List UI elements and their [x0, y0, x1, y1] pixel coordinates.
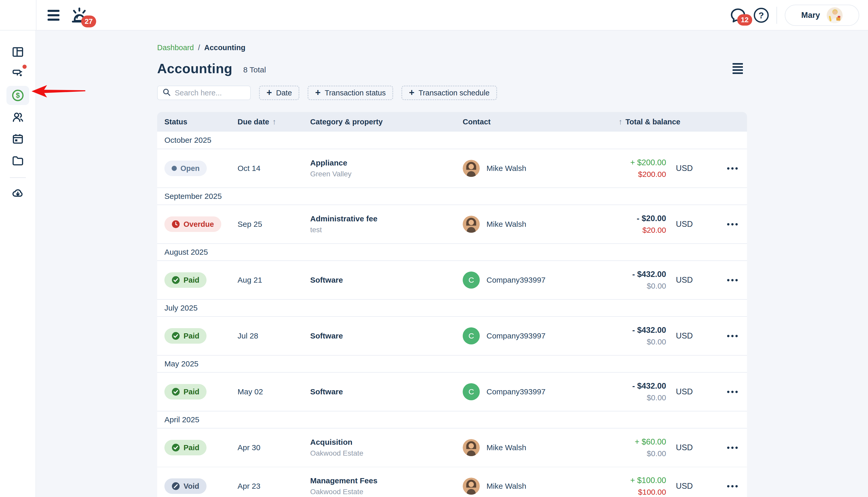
- category-title: Administrative fee: [310, 214, 463, 223]
- filter-transaction-schedule-button[interactable]: + Transaction schedule: [402, 86, 497, 100]
- contact-cell: Mike Walsh: [463, 216, 584, 233]
- due-date-cell: Apr 30: [237, 443, 310, 452]
- transaction-row[interactable]: Paid May 02 Software C Company393997 - $…: [157, 373, 747, 411]
- search-box: [157, 86, 251, 100]
- header-total-balance[interactable]: ↑ Total & balance: [584, 117, 703, 126]
- calendar-icon: [12, 133, 24, 145]
- sidebar-item-calendar[interactable]: [6, 129, 29, 148]
- list-view-button[interactable]: [733, 63, 743, 74]
- header-due-date[interactable]: Due date ↑: [237, 117, 310, 126]
- cloud-download-icon: [12, 187, 24, 199]
- alarm-notifications-button[interactable]: 27: [69, 6, 93, 26]
- contact-name: Mike Walsh: [487, 164, 526, 173]
- folder-icon: [12, 155, 24, 167]
- month-group-row: July 2025: [157, 299, 747, 317]
- total-amount: - $20.00: [584, 214, 666, 223]
- category-title: Software: [310, 276, 463, 284]
- currency-label: USD: [666, 443, 703, 452]
- status-label: Paid: [184, 388, 199, 396]
- transaction-row[interactable]: Paid Jul 28 Software C Company393997 - $…: [157, 317, 747, 355]
- main-content: Dashboard / Accounting Accounting 8 Tota…: [36, 30, 868, 497]
- total-amount: + $200.00: [584, 158, 666, 167]
- status-badge: Paid: [164, 328, 206, 344]
- row-actions-menu-button[interactable]: [703, 335, 740, 337]
- row-actions-menu-button[interactable]: [703, 167, 740, 170]
- status-badge: Open: [164, 160, 207, 176]
- people-icon: [12, 111, 24, 123]
- status-badge: Paid: [164, 384, 206, 399]
- dashboard-grid-icon: [12, 46, 24, 58]
- row-actions-menu-button[interactable]: [703, 446, 740, 449]
- total-balance-cell: + $200.00 $200.00: [584, 158, 666, 179]
- paid-check-icon: [172, 443, 180, 452]
- status-label: Open: [180, 164, 200, 173]
- month-group-row: October 2025: [157, 132, 747, 149]
- search-input[interactable]: [175, 89, 246, 97]
- chat-notifications-button[interactable]: 12: [730, 8, 746, 23]
- plus-icon: +: [409, 88, 414, 97]
- breadcrumb-dashboard-link[interactable]: Dashboard: [157, 43, 194, 52]
- transaction-row[interactable]: Open Oct 14 Appliance Green Valley Mike …: [157, 149, 747, 187]
- sidebar-item-files[interactable]: [6, 151, 29, 170]
- sidebar-item-accounting[interactable]: $: [6, 86, 29, 105]
- header-contact[interactable]: Contact: [463, 118, 584, 126]
- filter-transaction-status-button[interactable]: + Transaction status: [308, 86, 393, 100]
- dollar-circle-icon: $: [11, 89, 24, 102]
- hamburger-menu-button[interactable]: [47, 10, 59, 21]
- overdue-clock-icon: [172, 220, 180, 228]
- status-dot-icon: [172, 166, 177, 171]
- search-icon: [162, 88, 171, 98]
- category-title: Acquisition: [310, 438, 463, 446]
- month-group-label: October 2025: [164, 136, 212, 144]
- sidebar-divider: [10, 178, 26, 178]
- table-header: Status Due date ↑ Category & property Co…: [157, 112, 747, 132]
- sidebar-item-downloads[interactable]: [6, 184, 29, 203]
- contact-cell: Mike Walsh: [463, 439, 584, 456]
- status-label: Overdue: [184, 220, 214, 229]
- user-menu-button[interactable]: Mary: [785, 5, 859, 26]
- paid-check-icon: [172, 276, 180, 284]
- row-actions-menu-button[interactable]: [703, 485, 740, 487]
- balance-amount: $0.00: [584, 449, 666, 458]
- status-label: Paid: [184, 443, 199, 452]
- transaction-row[interactable]: Paid Aug 21 Software C Company393997 - $…: [157, 261, 747, 299]
- contact-avatar-initial: C: [463, 271, 480, 288]
- sidebar-item-maintenance[interactable]: [6, 64, 29, 83]
- total-balance-cell: - $432.00 $0.00: [584, 381, 666, 402]
- page-title: Accounting: [157, 61, 232, 76]
- row-actions-menu-button[interactable]: [703, 391, 740, 393]
- contact-cell: C Company393997: [463, 383, 584, 400]
- category-title: Software: [310, 331, 463, 340]
- currency-label: USD: [666, 219, 703, 229]
- sort-arrow-icon: ↑: [619, 117, 622, 126]
- sidebar-item-contacts[interactable]: [6, 108, 29, 127]
- sidebar-item-badge-dot: [23, 65, 27, 69]
- balance-amount: $0.00: [584, 338, 666, 346]
- header-category-property[interactable]: Category & property: [310, 118, 463, 126]
- header-status[interactable]: Status: [164, 118, 237, 126]
- row-actions-menu-button[interactable]: [703, 279, 740, 281]
- user-name: Mary: [801, 11, 820, 20]
- balance-amount: $100.00: [584, 488, 666, 496]
- table-body: October 2025 Open Oct 14 Appliance Green…: [157, 132, 747, 497]
- month-group-label: April 2025: [164, 415, 199, 424]
- month-group-row: September 2025: [157, 187, 747, 205]
- transaction-row[interactable]: Paid Apr 30 Acquisition Oakwood Estate M…: [157, 428, 747, 467]
- transaction-row[interactable]: Void Apr 23 Management Fees Oakwood Esta…: [157, 467, 747, 497]
- total-balance-cell: - $20.00 $20.00: [584, 214, 666, 235]
- help-button[interactable]: ?: [754, 8, 769, 23]
- category-cell: Software: [310, 387, 463, 396]
- balance-amount: $0.00: [584, 282, 666, 290]
- filter-date-button[interactable]: + Date: [259, 86, 299, 100]
- sidebar-item-dashboard[interactable]: [6, 42, 29, 61]
- paid-check-icon: [172, 388, 180, 396]
- total-amount: - $432.00: [584, 326, 666, 335]
- balance-amount: $0.00: [584, 393, 666, 402]
- contact-name: Company393997: [487, 276, 546, 284]
- transaction-row[interactable]: Overdue Sep 25 Administrative fee test M…: [157, 205, 747, 243]
- row-actions-menu-button[interactable]: [703, 223, 740, 226]
- currency-label: USD: [666, 164, 703, 173]
- month-group-row: August 2025: [157, 243, 747, 261]
- status-badge: Paid: [164, 272, 206, 288]
- due-date-cell: Jul 28: [237, 331, 310, 340]
